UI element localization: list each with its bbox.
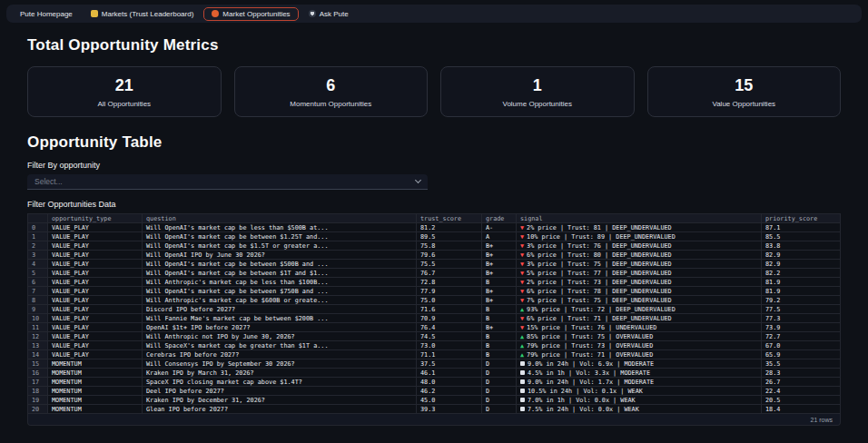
grade-cell[interactable]: A — [482, 232, 517, 241]
signal-cell[interactable]: ▼3% price | Trust: 76 | DEEP_UNDERVALUED — [517, 241, 762, 251]
question-cell[interactable]: Will OpenAI's market cap be between $750… — [143, 287, 417, 296]
row-index-cell[interactable]: 1 — [28, 232, 48, 241]
column-header[interactable]: question — [143, 214, 417, 223]
trust-score-cell[interactable]: 75.0 — [417, 296, 482, 305]
trust-score-cell[interactable]: 72.8 — [417, 278, 482, 287]
opportunity-type-cell[interactable]: MOMENTUM — [48, 405, 143, 414]
priority-score-cell[interactable]: 82.9 — [762, 251, 841, 260]
question-cell[interactable]: Deel IPO before 2027? — [143, 387, 417, 396]
column-header[interactable]: grade — [482, 214, 517, 223]
grade-cell[interactable]: B — [482, 305, 517, 314]
question-cell[interactable]: Will OpenAI's market cap be between $500… — [143, 260, 417, 269]
row-index-cell[interactable]: 11 — [28, 323, 48, 332]
priority-score-cell[interactable]: 77.5 — [762, 305, 841, 314]
priority-score-cell[interactable]: 81.9 — [762, 287, 841, 296]
question-cell[interactable]: Will Anthropic's market cap be $600B or … — [143, 296, 417, 305]
table-row[interactable]: 2VALUE_PLAYWill OpenAI's market cap be $… — [28, 241, 841, 251]
nav-tab-markets-trust-leaderboard[interactable]: Markets (Trust Leaderboard) — [83, 7, 202, 21]
trust-score-cell[interactable]: 79.6 — [417, 251, 482, 260]
priority-score-cell[interactable]: 79.2 — [762, 296, 841, 305]
table-row[interactable]: 11VALUE_PLAYOpenAI $1t+ IPO before 2027?… — [28, 323, 841, 332]
question-cell[interactable]: Will OpenAI's market cap be $1.5T or gre… — [143, 241, 417, 251]
table-row[interactable]: 19MOMENTUMKraken IPO by December 31, 202… — [28, 396, 841, 405]
signal-cell[interactable]: ▼3% price | Trust: 75 | DEEP_UNDERVALUED — [517, 260, 762, 269]
table-row[interactable]: 1VALUE_PLAYWill OpenAI's market cap be b… — [28, 232, 841, 241]
opportunity-type-cell[interactable]: VALUE_PLAY — [48, 350, 143, 359]
row-index-cell[interactable]: 12 — [28, 332, 48, 341]
opportunity-type-cell[interactable]: MOMENTUM — [48, 396, 143, 405]
table-row[interactable]: 9VALUE_PLAYDiscord IPO before 2027?71.6B… — [28, 305, 841, 314]
grade-cell[interactable]: B — [482, 314, 517, 323]
priority-score-cell[interactable]: 73.9 — [762, 323, 841, 332]
row-index-cell[interactable]: 8 — [28, 296, 48, 305]
grade-cell[interactable]: B — [482, 332, 517, 341]
trust-score-cell[interactable]: 71.6 — [417, 305, 482, 314]
grade-cell[interactable]: D — [482, 369, 517, 378]
trust-score-cell[interactable]: 76.7 — [417, 269, 482, 278]
row-index-cell[interactable]: 6 — [28, 278, 48, 287]
row-index-cell[interactable]: 0 — [28, 223, 48, 232]
table-row[interactable]: 15MOMENTUMWill Consensys IPO by Septembe… — [28, 359, 841, 369]
grade-cell[interactable]: B — [482, 278, 517, 287]
trust-score-cell[interactable]: 75.5 — [417, 260, 482, 269]
priority-score-cell[interactable]: 83.8 — [762, 241, 841, 251]
nav-tab-market-opportunities[interactable]: Market Opportunities — [203, 7, 298, 21]
table-row[interactable]: 13VALUE_PLAYWill SpaceX's market cap be … — [28, 341, 841, 350]
table-row[interactable]: 12VALUE_PLAYWill Anthropic not IPO by Ju… — [28, 332, 841, 341]
column-header[interactable]: signal — [517, 214, 762, 223]
table-row[interactable]: 18MOMENTUMDeel IPO before 2027?46.2D10.5… — [28, 387, 841, 396]
signal-cell[interactable]: ▼2% price | Trust: 73 | DEEP_UNDERVALUED — [517, 278, 762, 287]
column-header[interactable]: opportunity_type — [48, 214, 143, 223]
signal-cell[interactable]: 10.5% in 24h | Vol: 0.1x | WEAK — [517, 387, 762, 396]
opportunity-type-cell[interactable]: VALUE_PLAY — [48, 332, 143, 341]
question-cell[interactable]: Will OpenAI's market cap be less than $5… — [143, 223, 417, 232]
table-row[interactable]: 7VALUE_PLAYWill OpenAI's market cap be b… — [28, 287, 841, 296]
priority-score-cell[interactable]: 87.1 — [762, 223, 841, 232]
priority-score-cell[interactable]: 82.2 — [762, 269, 841, 278]
question-cell[interactable]: Will Fannie Mae's market cap be between … — [143, 314, 417, 323]
trust-score-cell[interactable]: 76.4 — [417, 323, 482, 332]
trust-score-cell[interactable]: 70.9 — [417, 314, 482, 323]
table-row[interactable]: 4VALUE_PLAYWill OpenAI's market cap be b… — [28, 260, 841, 269]
priority-score-cell[interactable]: 35.5 — [762, 359, 841, 369]
table-row[interactable]: 5VALUE_PLAYWill OpenAI's market cap be b… — [28, 269, 841, 278]
signal-cell[interactable]: ▼6% price | Trust: 78 | DEEP_UNDERVALUED — [517, 287, 762, 296]
grade-cell[interactable]: A- — [482, 223, 517, 232]
row-index-cell[interactable]: 16 — [28, 369, 48, 378]
opportunity-type-cell[interactable]: VALUE_PLAY — [48, 251, 143, 260]
row-index-cell[interactable]: 5 — [28, 269, 48, 278]
grade-cell[interactable]: D — [482, 405, 517, 414]
signal-cell[interactable]: ▲79% price | Trust: 71 | OVERVALUED — [517, 350, 762, 359]
question-cell[interactable]: Glean IPO before 2027? — [143, 405, 417, 414]
opportunity-type-cell[interactable]: VALUE_PLAY — [48, 269, 143, 278]
grade-cell[interactable]: B+ — [482, 287, 517, 296]
grade-cell[interactable]: B+ — [482, 251, 517, 260]
priority-score-cell[interactable]: 82.9 — [762, 260, 841, 269]
priority-score-cell[interactable]: 26.7 — [762, 378, 841, 387]
signal-cell[interactable]: ▼5% price | Trust: 77 | DEEP_UNDERVALUED — [517, 269, 762, 278]
trust-score-cell[interactable]: 73.0 — [417, 341, 482, 350]
question-cell[interactable]: Cerebras IPO before 2027? — [143, 350, 417, 359]
signal-cell[interactable]: 9.0% in 24h | Vol: 1.7x | MODERATE — [517, 378, 762, 387]
grade-cell[interactable]: D — [482, 378, 517, 387]
grade-cell[interactable]: B — [482, 341, 517, 350]
question-cell[interactable]: Will Anthropic not IPO by June 30, 2026? — [143, 332, 417, 341]
row-index-cell[interactable]: 3 — [28, 251, 48, 260]
row-index-cell[interactable]: 19 — [28, 396, 48, 405]
opportunity-filter-select[interactable]: Select... — [27, 174, 428, 190]
question-cell[interactable]: Will OpenAI's market cap be between $1T … — [143, 269, 417, 278]
trust-score-cell[interactable]: 37.5 — [417, 359, 482, 369]
question-cell[interactable]: SpaceX IPO closing market cap above $1.4… — [143, 378, 417, 387]
row-index-cell[interactable]: 20 — [28, 405, 48, 414]
signal-cell[interactable]: ▼10% price | Trust: 89 | DEEP_UNDERVALUE… — [517, 232, 762, 241]
row-index-cell[interactable]: 17 — [28, 378, 48, 387]
column-header[interactable]: trust_score — [417, 214, 482, 223]
priority-score-cell[interactable]: 67.0 — [762, 341, 841, 350]
row-index-cell[interactable]: 10 — [28, 314, 48, 323]
nav-tab-pute-homepage[interactable]: Pute Homepage — [12, 7, 81, 21]
opportunity-type-cell[interactable]: VALUE_PLAY — [48, 260, 143, 269]
trust-score-cell[interactable]: 81.2 — [417, 223, 482, 232]
signal-cell[interactable]: 7.5% in 24h | Vol: 0.0x | WEAK — [517, 405, 762, 414]
row-index-cell[interactable]: 2 — [28, 241, 48, 251]
signal-cell[interactable]: 4.5% in 1h | Vol: 3.3x | MODERATE — [517, 369, 762, 378]
